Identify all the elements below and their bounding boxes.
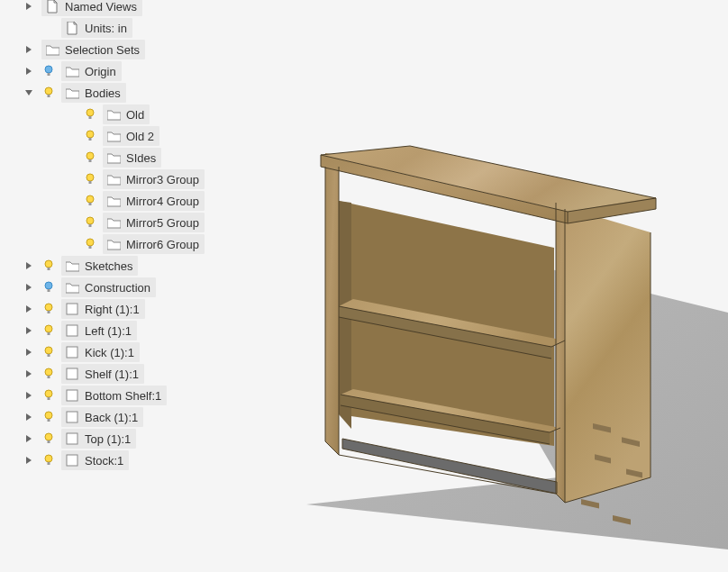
tree-item-bodies[interactable]: Bodies (18, 82, 252, 104)
tree-label: Named Views (65, 0, 137, 14)
tree-label: Construction (85, 281, 150, 295)
folder-icon (65, 259, 79, 273)
tree-label: Old (126, 108, 144, 122)
tree-item-old2[interactable]: Old 2 (18, 125, 252, 147)
component-icon (65, 323, 79, 338)
tree-item-stock[interactable]: Stock:1 (18, 449, 252, 471)
expand-arrow-icon[interactable] (23, 282, 34, 293)
expand-arrow-icon[interactable] (23, 368, 34, 379)
folder-icon (65, 64, 79, 78)
expand-arrow-icon[interactable] (23, 260, 34, 271)
tree-item-back[interactable]: Back (1):1 (18, 406, 252, 428)
visibility-bulb-icon[interactable] (41, 302, 56, 316)
visibility-bulb-icon[interactable] (41, 431, 56, 446)
tree-item-mirror6[interactable]: Mirror6 Group (18, 233, 252, 255)
tree-item-right[interactable]: Right (1):1 (18, 298, 252, 320)
tree-item-sketches[interactable]: Sketches (18, 255, 252, 277)
tree-label: Kick (1):1 (85, 346, 134, 359)
component-icon (65, 302, 79, 316)
svg-rect-53 (67, 368, 77, 379)
visibility-bulb-icon[interactable] (41, 345, 56, 359)
expand-arrow-icon[interactable] (23, 347, 34, 358)
svg-point-28 (86, 152, 94, 159)
svg-marker-16 (325, 153, 339, 455)
tree-item-shelf[interactable]: Shelf (1):1 (18, 363, 252, 385)
svg-point-38 (45, 260, 52, 268)
visibility-bulb-icon[interactable] (83, 107, 97, 122)
tree-item-top[interactable]: Top (1):1 (18, 428, 252, 449)
expand-arrow-icon[interactable] (23, 44, 34, 55)
tree-label: Back (1):1 (85, 411, 138, 424)
folder-icon (106, 172, 121, 186)
tree-item-left[interactable]: Left (1):1 (18, 320, 252, 341)
component-icon (65, 388, 79, 403)
visibility-bulb-icon[interactable] (41, 367, 56, 381)
svg-rect-37 (89, 246, 92, 249)
svg-marker-5 (342, 439, 557, 494)
tree-label: Left (1):1 (85, 324, 132, 338)
visibility-bulb-icon[interactable] (83, 194, 97, 208)
tree-item-mirror3[interactable]: Mirror3 Group (18, 168, 252, 190)
tree-item-selection-sets[interactable]: Selection Sets (18, 39, 252, 60)
expand-arrow-icon[interactable] (23, 412, 34, 422)
expand-arrow-icon[interactable] (23, 433, 34, 444)
svg-point-36 (86, 239, 94, 246)
visibility-bulb-icon[interactable] (41, 259, 56, 273)
tree-item-mirror5[interactable]: Mirror5 Group (18, 212, 252, 233)
svg-point-51 (45, 368, 52, 376)
visibility-bulb-icon[interactable] (83, 150, 97, 165)
visibility-bulb-icon[interactable] (41, 388, 56, 403)
tree-item-bottom-shelf[interactable]: Bottom Shelf:1 (18, 385, 252, 406)
folder-icon (106, 194, 121, 208)
expand-arrow-icon[interactable] (23, 390, 34, 401)
tree-label: Mirror6 Group (126, 238, 199, 251)
tree-item-kick[interactable]: Kick (1):1 (18, 341, 252, 363)
svg-rect-35 (89, 224, 92, 227)
tree-label: Selection Sets (65, 43, 140, 57)
visibility-bulb-icon[interactable] (41, 86, 56, 100)
svg-rect-25 (89, 116, 92, 119)
component-icon (65, 431, 79, 446)
svg-rect-23 (48, 95, 50, 97)
expand-arrow-icon[interactable] (23, 66, 34, 77)
svg-rect-61 (48, 440, 50, 443)
tree-item-named-views[interactable]: Named Views (18, 0, 252, 17)
visibility-bulb-icon[interactable] (41, 453, 56, 468)
tree-item-origin[interactable]: Origin (18, 60, 252, 82)
folder-icon (106, 107, 121, 122)
visibility-bulb-icon[interactable] (83, 237, 97, 251)
expand-arrow-icon[interactable] (23, 304, 34, 314)
folder-icon (106, 129, 121, 143)
tree-item-sides[interactable]: SIdes (18, 147, 252, 168)
expand-arrow-icon[interactable] (23, 325, 34, 336)
svg-rect-43 (48, 311, 50, 313)
svg-rect-47 (67, 325, 77, 336)
svg-rect-62 (67, 433, 77, 444)
tree-label: Stock:1 (85, 454, 123, 468)
visibility-bulb-icon[interactable] (83, 215, 97, 230)
visibility-bulb-icon[interactable] (41, 64, 56, 78)
expand-arrow-icon[interactable] (23, 1, 34, 12)
visibility-bulb-icon[interactable] (83, 129, 97, 143)
svg-rect-55 (48, 397, 50, 400)
tree-label: Mirror4 Group (126, 195, 199, 208)
svg-point-24 (86, 109, 94, 116)
viewport-3d[interactable]: Named Views Units: in Selection Sets Ori… (0, 0, 728, 572)
tree-item-units[interactable]: Units: in (18, 17, 252, 39)
collapse-arrow-icon[interactable] (23, 87, 34, 98)
tree-item-construction[interactable]: Construction (18, 277, 252, 298)
folder-icon (106, 150, 121, 165)
visibility-bulb-icon[interactable] (41, 280, 56, 295)
svg-rect-33 (89, 203, 92, 205)
tree-label: Right (1):1 (85, 303, 140, 316)
tree-item-mirror4[interactable]: Mirror4 Group (18, 190, 252, 212)
tree-label: Top (1):1 (85, 432, 131, 446)
visibility-bulb-icon[interactable] (41, 323, 56, 338)
browser-tree[interactable]: Named Views Units: in Selection Sets Ori… (18, 0, 252, 471)
tree-item-old[interactable]: Old (18, 104, 252, 125)
svg-point-30 (86, 174, 94, 181)
visibility-bulb-icon[interactable] (41, 410, 56, 424)
expand-arrow-icon[interactable] (23, 455, 34, 466)
visibility-bulb-icon[interactable] (83, 172, 97, 186)
svg-point-48 (45, 347, 52, 354)
